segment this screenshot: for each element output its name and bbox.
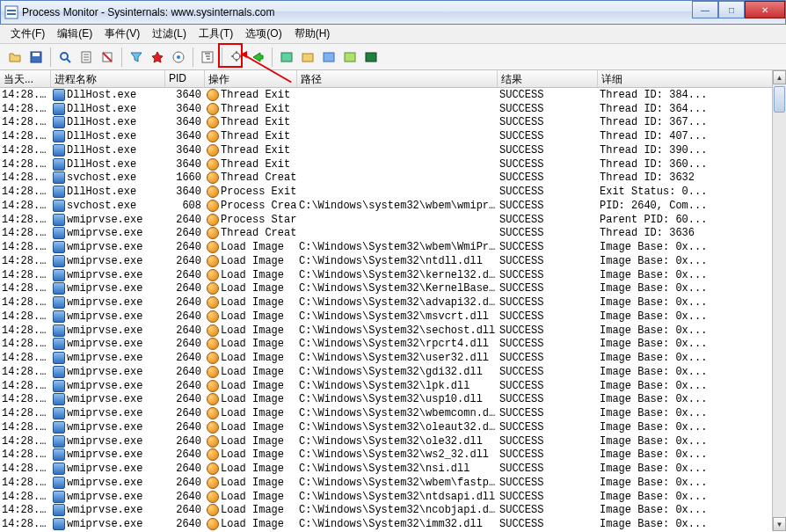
jumpto-icon[interactable] — [248, 47, 267, 67]
event-row[interactable]: 14:28...wmiprvse.exe2640Load ImageC:\Win… — [0, 517, 786, 531]
event-row[interactable]: 14:28...wmiprvse.exe2640Process StartSUC… — [0, 213, 786, 227]
cell-process: wmiprvse.exe — [51, 448, 165, 461]
open-icon[interactable] — [5, 47, 25, 67]
autoscroll-icon[interactable] — [76, 47, 96, 67]
event-row[interactable]: 14:28...wmiprvse.exe2640Load ImageC:\Win… — [0, 490, 786, 504]
event-row[interactable]: 14:28...DllHost.exe3640Thread ExitSUCCES… — [0, 129, 786, 143]
event-row[interactable]: 14:28...DllHost.exe3640Thread ExitSUCCES… — [0, 102, 786, 116]
event-row[interactable]: 14:28...wmiprvse.exe2640Load ImageC:\Win… — [0, 324, 786, 338]
menu-filter[interactable]: 过滤(L) — [147, 25, 192, 43]
event-list[interactable]: 14:28...DllHost.exe3640Thread ExitSUCCES… — [0, 88, 786, 531]
cell-pid: 2640 — [165, 241, 205, 253]
col-path[interactable]: 路径 — [297, 70, 498, 87]
cell-time: 14:28... — [0, 380, 51, 392]
event-row[interactable]: 14:28...wmiprvse.exe2640Load ImageC:\Win… — [0, 434, 786, 448]
event-row[interactable]: 14:28...wmiprvse.exe2640Load ImageC:\Win… — [0, 379, 786, 393]
capture-icon[interactable] — [55, 47, 75, 67]
cell-process: wmiprvse.exe — [51, 380, 165, 392]
scroll-up-icon[interactable]: ▲ — [773, 70, 786, 84]
registry-activity-icon[interactable] — [277, 47, 296, 67]
maximize-button[interactable]: □ — [718, 1, 745, 18]
col-proc[interactable]: 进程名称 — [51, 70, 165, 87]
cell-operation: Load Image — [205, 518, 297, 530]
event-row[interactable]: 14:28...DllHost.exe3640Thread ExitSUCCES… — [0, 88, 786, 102]
cell-result: SUCCESS — [498, 338, 598, 350]
cell-pid: 2640 — [165, 255, 205, 267]
processtree-icon[interactable] — [198, 47, 217, 67]
find-icon[interactable] — [227, 47, 246, 67]
titlebar[interactable]: Process Monitor - Sysinternals: www.sysi… — [0, 0, 786, 25]
cell-result: SUCCESS — [498, 407, 598, 419]
highlight-icon[interactable] — [148, 47, 167, 67]
col-result[interactable]: 结果 — [498, 70, 598, 87]
cell-detail: Image Base: 0x... — [598, 491, 774, 503]
col-detail[interactable]: 详细 — [598, 70, 774, 87]
scroll-track[interactable] — [773, 84, 786, 517]
process-icon — [53, 116, 65, 128]
event-row[interactable]: 14:28...wmiprvse.exe2640Load ImageC:\Win… — [0, 310, 786, 324]
network-activity-icon[interactable] — [319, 47, 338, 67]
col-pid[interactable]: PID — [165, 70, 205, 87]
col-op[interactable]: 操作 — [205, 70, 297, 87]
event-row[interactable]: 14:28...wmiprvse.exe2640Load ImageC:\Win… — [0, 406, 786, 420]
cell-result: SUCCESS — [498, 421, 598, 434]
filesystem-activity-icon[interactable] — [298, 47, 317, 67]
process-icon — [53, 171, 65, 184]
include-icon[interactable] — [169, 47, 188, 67]
menu-options[interactable]: 选项(O) — [240, 25, 287, 43]
event-row[interactable]: 14:28...wmiprvse.exe2640Load ImageC:\Win… — [0, 393, 786, 407]
cell-result: SUCCESS — [498, 477, 598, 489]
event-row[interactable]: 14:28...wmiprvse.exe2640Load ImageC:\Win… — [0, 240, 786, 254]
event-row[interactable]: 14:28...wmiprvse.exe2640Load ImageC:\Win… — [0, 282, 786, 296]
cell-process: svchost.exe — [51, 200, 165, 212]
cell-time: 14:28... — [0, 116, 51, 128]
menu-file[interactable]: 文件(F) — [5, 25, 50, 43]
event-row[interactable]: 14:28...wmiprvse.exe2640Load ImageC:\Win… — [0, 462, 786, 476]
operation-icon — [207, 366, 219, 378]
filter-icon[interactable] — [127, 47, 146, 67]
event-row[interactable]: 14:28...DllHost.exe3640Thread ExitSUCCES… — [0, 116, 786, 130]
scroll-down-icon[interactable]: ▼ — [773, 517, 786, 531]
cell-detail: Image Base: 0x... — [598, 448, 774, 461]
event-row[interactable]: 14:28...svchost.exe1660Thread CreateSUCC… — [0, 171, 786, 186]
close-button[interactable]: ✕ — [745, 1, 785, 18]
cell-detail: Thread ID: 407... — [598, 130, 774, 142]
event-row[interactable]: 14:28...wmiprvse.exe2640Load ImageC:\Win… — [0, 295, 786, 310]
menu-tools[interactable]: 工具(T) — [193, 25, 238, 43]
profiling-activity-icon[interactable] — [361, 47, 381, 67]
event-row[interactable]: 14:28...wmiprvse.exe2640Load ImageC:\Win… — [0, 351, 786, 365]
process-icon — [53, 227, 65, 239]
cell-path: C:\Windows\System32\wbem\WmiPrvS... — [297, 241, 498, 253]
save-icon[interactable] — [26, 47, 46, 67]
col-time[interactable]: 当天... — [0, 70, 51, 87]
operation-icon — [207, 171, 219, 184]
event-row[interactable]: 14:28...wmiprvse.exe2640Load ImageC:\Win… — [0, 254, 786, 268]
svg-rect-4 — [33, 53, 40, 56]
event-row[interactable]: 14:28...wmiprvse.exe2640Load ImageC:\Win… — [0, 365, 786, 379]
minimize-button[interactable]: — — [692, 1, 718, 18]
process-icon — [53, 89, 65, 101]
cell-path: C:\Windows\System32\oleaut32.dll — [297, 421, 498, 434]
menu-help[interactable]: 帮助(H) — [289, 25, 336, 43]
event-row[interactable]: 14:28...DllHost.exe3640Thread ExitSUCCES… — [0, 157, 786, 171]
cell-result: SUCCESS — [498, 366, 598, 378]
menu-event[interactable]: 事件(V) — [99, 25, 145, 43]
event-row[interactable]: 14:28...wmiprvse.exe2640Load ImageC:\Win… — [0, 504, 786, 518]
clear-icon[interactable] — [98, 47, 117, 67]
vertical-scrollbar[interactable]: ▲ ▼ — [772, 70, 786, 531]
process-activity-icon[interactable] — [340, 47, 360, 67]
scroll-thumb[interactable] — [774, 86, 785, 113]
event-row[interactable]: 14:28...wmiprvse.exe2640Load ImageC:\Win… — [0, 420, 786, 434]
menu-edit[interactable]: 编辑(E) — [52, 25, 98, 43]
event-row[interactable]: 14:28...DllHost.exe3640Thread ExitSUCCES… — [0, 143, 786, 157]
event-row[interactable]: 14:28...wmiprvse.exe2640Load ImageC:\Win… — [0, 338, 786, 352]
event-row[interactable]: 14:28...wmiprvse.exe2640Thread CreateSUC… — [0, 227, 786, 241]
cell-path: C:\Windows\System32\ws2_32.dll — [297, 448, 498, 461]
operation-icon — [207, 491, 219, 503]
event-row[interactable]: 14:28...wmiprvse.exe2640Load ImageC:\Win… — [0, 448, 786, 463]
cell-process: wmiprvse.exe — [51, 366, 165, 378]
event-row[interactable]: 14:28...DllHost.exe3640Process ExitSUCCE… — [0, 185, 786, 199]
event-row[interactable]: 14:28...svchost.exe608Process CreateC:\W… — [0, 199, 786, 213]
event-row[interactable]: 14:28...wmiprvse.exe2640Load ImageC:\Win… — [0, 476, 786, 490]
event-row[interactable]: 14:28...wmiprvse.exe2640Load ImageC:\Win… — [0, 268, 786, 282]
